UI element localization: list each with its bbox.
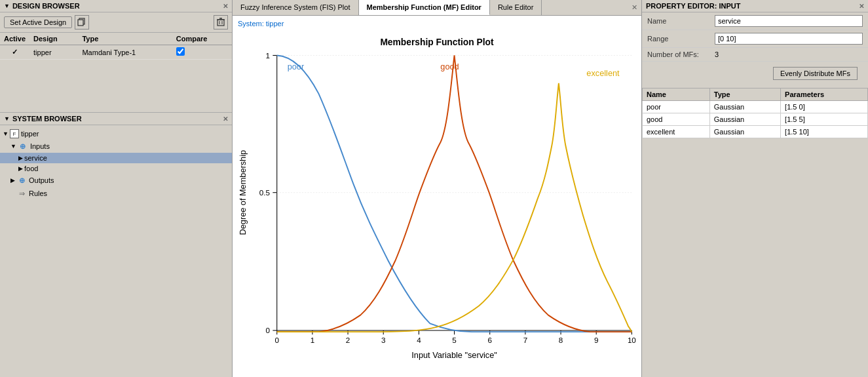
- excellent-label-2: excellent: [586, 68, 620, 78]
- tab-panel-close[interactable]: ✕: [628, 0, 641, 15]
- good-curve: [277, 55, 632, 332]
- system-label: System: tipper: [235, 18, 639, 29]
- svg-text:3: 3: [381, 336, 386, 344]
- tree-arrow-service: ▶: [18, 155, 23, 161]
- tree-arrow-outputs: ▶: [10, 177, 15, 184]
- table-row[interactable]: excellent Gaussian [1.5 10]: [643, 126, 868, 138]
- tree-item-outputs[interactable]: ▶ ⊕ Outputs: [0, 174, 232, 187]
- tree-arrow-food: ▶: [18, 165, 23, 172]
- right-panel: PROPERTY EDITOR: INPUT ✕ Name Range Numb…: [642, 0, 868, 377]
- mf-name-good: good: [643, 113, 710, 126]
- svg-text:0.5: 0.5: [259, 188, 270, 197]
- set-active-design-button[interactable]: Set Active Design: [4, 16, 72, 28]
- svg-text:0: 0: [266, 326, 271, 334]
- design-toolbar: Set Active Design: [0, 12, 232, 33]
- svg-text:1: 1: [311, 336, 315, 344]
- tree-label-service: service: [24, 154, 47, 162]
- middle-panel: Fuzzy Inference System (FIS) Plot Member…: [233, 0, 642, 377]
- tree-label-rules: Rules: [29, 189, 47, 197]
- tree-label-tipper: tipper: [21, 130, 39, 138]
- design-active-cell: ✓: [0, 45, 29, 60]
- copy-icon: [77, 18, 86, 27]
- inputs-icon: ⊕: [18, 141, 28, 151]
- table-row[interactable]: poor Gaussian [1.5 0]: [643, 101, 868, 113]
- distribute-btn-row: Evenly Distribute MFs: [642, 62, 868, 85]
- svg-text:4: 4: [417, 336, 421, 344]
- property-row-range: Range: [642, 30, 868, 48]
- svg-text:8: 8: [559, 336, 563, 344]
- table-row[interactable]: good Gaussian [1.5 5]: [643, 113, 868, 126]
- design-browser-header: ▼ DESIGN BROWSER ✕: [0, 0, 232, 12]
- num-mfs-label: Number of MFs:: [647, 50, 709, 58]
- svg-text:0: 0: [274, 336, 279, 344]
- design-browser-title: DESIGN BROWSER: [12, 2, 80, 10]
- mf-name-excellent: excellent: [643, 126, 710, 138]
- tree-item-food[interactable]: ▶ food: [0, 163, 232, 174]
- design-table: Active Design Type Compare ✓ tipper Mamd…: [0, 33, 232, 60]
- mf-col-name: Name: [643, 89, 710, 101]
- copy-design-button[interactable]: [75, 15, 89, 30]
- tab-mf[interactable]: Membership Function (MF) Editor: [359, 0, 490, 15]
- tree-container: ▼ F tipper ▼ ⊕ Inputs ▶ service ▶ food: [0, 125, 232, 377]
- membership-function-chart: Membership Function Plot 0 1 2 3 4 5: [235, 29, 639, 374]
- delete-icon: [216, 18, 225, 27]
- tree-arrow-tipper: ▼: [3, 130, 9, 137]
- chart-title: Membership Function Plot: [380, 37, 494, 47]
- left-panel: ▼ DESIGN BROWSER ✕ Set Active Design: [0, 0, 233, 377]
- tree-item-service[interactable]: ▶ service: [0, 153, 232, 163]
- tab-fis[interactable]: Fuzzy Inference System (FIS) Plot: [233, 0, 359, 15]
- property-row-num-mfs: Number of MFs: 3: [642, 48, 868, 62]
- svg-text:9: 9: [594, 336, 599, 344]
- design-browser-close-icon[interactable]: ✕: [223, 3, 228, 10]
- table-row[interactable]: ✓ tipper Mamdani Type-1: [0, 45, 232, 60]
- mf-col-params: Parameters: [781, 89, 868, 101]
- tab-bar: Fuzzy Inference System (FIS) Plot Member…: [233, 0, 641, 16]
- compare-checkbox[interactable]: [176, 47, 185, 56]
- tree-label-outputs: Outputs: [29, 176, 54, 184]
- poor-curve: [277, 55, 632, 332]
- system-browser-close-icon[interactable]: ✕: [223, 115, 228, 123]
- mf-col-type: Type: [709, 89, 780, 101]
- tree-item-rules[interactable]: ▶ ⇒ Rules: [0, 187, 232, 200]
- fis-icon: F: [10, 129, 19, 138]
- mf-table: Name Type Parameters poor Gaussian [1.5 …: [642, 88, 868, 138]
- mf-type-poor: Gaussian: [709, 101, 780, 113]
- tab-rule[interactable]: Rule Editor: [490, 0, 542, 15]
- name-label: Name: [647, 17, 709, 25]
- tree-arrow-inputs: ▼: [10, 143, 16, 149]
- design-col-compare: Compare: [172, 33, 232, 45]
- system-browser-collapse[interactable]: ▼: [4, 115, 10, 122]
- mf-params-excellent: [1.5 10]: [781, 126, 868, 138]
- chart-area: System: tipper Membership Function Plot …: [233, 16, 641, 377]
- tree-item-inputs[interactable]: ▼ ⊕ Inputs: [0, 140, 232, 153]
- design-type-cell: Mamdani Type-1: [78, 45, 172, 60]
- design-col-design: Design: [29, 33, 78, 45]
- mf-type-excellent: Gaussian: [709, 126, 780, 138]
- tree-item-tipper[interactable]: ▼ F tipper: [0, 128, 232, 140]
- svg-text:5: 5: [452, 336, 457, 344]
- design-compare-cell[interactable]: [172, 45, 232, 60]
- svg-text:1: 1: [266, 51, 271, 60]
- property-editor-close-icon[interactable]: ✕: [859, 3, 864, 10]
- svg-text:10: 10: [628, 336, 636, 344]
- system-browser-section: ▼ SYSTEM BROWSER ✕ ▼ F tipper ▼ ⊕ Inputs…: [0, 113, 232, 377]
- design-col-type: Type: [78, 33, 172, 45]
- system-browser-title: SYSTEM BROWSER: [12, 115, 82, 123]
- chart-container: Membership Function Plot 0 1 2 3 4 5: [235, 29, 639, 374]
- name-input[interactable]: [715, 15, 863, 27]
- evenly-distribute-button[interactable]: Evenly Distribute MFs: [773, 67, 858, 80]
- outputs-icon: ⊕: [16, 175, 27, 186]
- x-axis-label: Input Variable "service": [411, 350, 497, 360]
- design-browser-collapse[interactable]: ▼: [4, 3, 10, 9]
- mf-name-poor: poor: [643, 101, 710, 113]
- delete-design-button[interactable]: [214, 15, 228, 30]
- tree-label-food: food: [24, 165, 38, 172]
- y-axis-label: Degree of Membership: [238, 150, 248, 235]
- tree-label-inputs: Inputs: [30, 142, 50, 150]
- design-col-active: Active: [0, 33, 29, 45]
- svg-text:7: 7: [523, 336, 528, 344]
- range-input[interactable]: [715, 33, 863, 45]
- mf-params-poor: [1.5 0]: [781, 101, 868, 113]
- property-row-name: Name: [642, 12, 868, 30]
- system-browser-header: ▼ SYSTEM BROWSER ✕: [0, 113, 232, 125]
